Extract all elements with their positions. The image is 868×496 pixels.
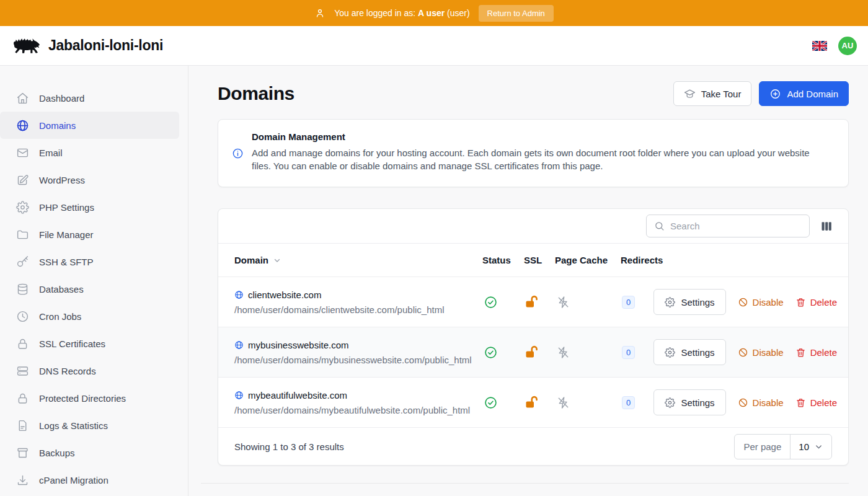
archive-icon: [16, 446, 29, 459]
sidebar-item-label: Dashboard: [39, 93, 84, 104]
search-input[interactable]: [670, 221, 802, 231]
column-header-status: Status: [482, 255, 524, 265]
mail-icon: [16, 146, 29, 159]
chevron-down-icon: [814, 442, 823, 451]
sidebar-item-label: File Manager: [39, 229, 94, 240]
sidebar-item-ssl-certificates[interactable]: SSL Certificates: [0, 330, 179, 357]
ssl-unlocked-icon: [524, 395, 555, 410]
brand[interactable]: Jabaloni-loni-loni: [11, 34, 163, 58]
clock-icon: [16, 310, 29, 323]
sidebar: Dashboard Domains Email WordPress PHP Se: [0, 66, 188, 496]
sidebar-item-ssh-sftp[interactable]: SSH & SFTP: [0, 248, 179, 275]
delete-button[interactable]: Delete: [795, 397, 837, 408]
trash-icon: [795, 397, 806, 408]
sidebar-item-file-manager[interactable]: File Manager: [0, 221, 179, 248]
gear-icon: [665, 297, 675, 308]
domain-path: /home/user/domains/mybeautifulwebsite.co…: [234, 405, 482, 415]
ban-icon: [738, 397, 748, 408]
table-toolbar: [218, 209, 848, 244]
globe-icon: [16, 119, 29, 132]
domain-management-info-box: Domain Management Add and manage domains…: [218, 119, 849, 187]
per-page-label: Per page: [735, 435, 790, 459]
sidebar-item-email[interactable]: Email: [0, 139, 179, 166]
disable-button[interactable]: Disable: [738, 397, 784, 408]
graduation-cap-icon: [684, 88, 696, 100]
sidebar-item-label: WordPress: [39, 175, 85, 185]
sidebar-item-protected-directories[interactable]: Protected Directories: [0, 384, 179, 412]
disable-button[interactable]: Disable: [738, 297, 784, 308]
sidebar-item-php-settings[interactable]: PHP Settings: [0, 193, 179, 221]
search-icon: [654, 221, 665, 231]
sidebar-item-label: SSH & SFTP: [39, 257, 94, 267]
sidebar-item-domains[interactable]: Domains: [0, 112, 179, 139]
settings-button[interactable]: Settings: [653, 339, 725, 365]
search-box: [646, 215, 810, 237]
plus-circle-icon: [769, 88, 781, 100]
disable-button[interactable]: Disable: [738, 347, 784, 358]
sidebar-item-dashboard[interactable]: Dashboard: [0, 84, 179, 112]
page-cache-off-icon: [555, 345, 621, 360]
download-icon: [16, 474, 29, 487]
header-right: AU: [812, 37, 857, 55]
lock-icon: [16, 392, 29, 405]
delete-button[interactable]: Delete: [795, 297, 837, 308]
page-title: Domains: [218, 83, 294, 104]
redirects-count-badge: 0: [622, 346, 635, 359]
globe-icon: [234, 340, 244, 350]
sidebar-item-label: PHP Settings: [39, 202, 94, 213]
gear-icon: [665, 347, 675, 358]
sidebar-item-cron-jobs[interactable]: Cron Jobs: [0, 303, 179, 330]
settings-button[interactable]: Settings: [653, 289, 725, 315]
column-header-domain[interactable]: Domain: [234, 255, 482, 265]
sidebar-item-wordpress[interactable]: WordPress: [0, 166, 179, 193]
column-header-ssl: SSL: [524, 255, 555, 265]
redirects-count-badge: 0: [622, 396, 635, 409]
sidebar-item-label: Cron Jobs: [39, 311, 81, 322]
gear-icon: [16, 201, 29, 214]
sidebar-item-label: SSL Certificates: [39, 339, 105, 349]
avatar[interactable]: AU: [838, 37, 857, 55]
redirects-count-badge: 0: [622, 296, 635, 309]
sidebar-item-label: Databases: [39, 284, 84, 294]
page-cache-off-icon: [555, 396, 621, 410]
domain-path: /home/user/domains/clientwebsite.com/pub…: [234, 304, 482, 315]
table-row: mybeautifulwebsite.com /home/user/domain…: [218, 377, 848, 427]
server-icon: [16, 365, 29, 378]
domain-name: mybeautifulwebsite.com: [248, 390, 347, 401]
trash-icon: [795, 297, 806, 308]
per-page-value: 10: [799, 441, 809, 452]
globe-icon: [234, 391, 244, 400]
gear-icon: [665, 397, 675, 408]
ban-icon: [738, 347, 748, 358]
uk-flag-icon[interactable]: [812, 41, 827, 51]
boar-logo-icon: [11, 34, 42, 58]
sidebar-item-databases[interactable]: Databases: [0, 275, 179, 303]
return-to-admin-button[interactable]: Return to Admin: [479, 5, 554, 22]
sidebar-item-label: cPanel Migration: [39, 475, 108, 485]
banner-user-name: A user: [418, 8, 445, 18]
add-domain-button[interactable]: Add Domain: [759, 81, 849, 106]
status-enabled-icon: [482, 345, 524, 360]
sidebar-item-backups[interactable]: Backups: [0, 439, 179, 466]
user-icon: [314, 7, 326, 19]
banner-user-role: (user): [447, 8, 470, 18]
database-icon: [16, 283, 29, 296]
take-tour-button[interactable]: Take Tour: [673, 81, 752, 106]
trash-icon: [795, 347, 806, 358]
sidebar-item-label: DNS Records: [39, 366, 96, 376]
columns-toggle-button[interactable]: [820, 220, 833, 232]
domains-table-card: Domain Status SSL Page Cache Redirects: [218, 208, 849, 466]
per-page-select[interactable]: Per page 10: [734, 434, 832, 459]
document-icon: [16, 419, 29, 432]
sidebar-item-label: Email: [39, 148, 63, 158]
settings-button[interactable]: Settings: [653, 389, 725, 415]
section-divider: [201, 483, 849, 484]
sidebar-item-dns-records[interactable]: DNS Records: [0, 357, 179, 384]
delete-button[interactable]: Delete: [795, 347, 837, 358]
info-box-title: Domain Management: [252, 131, 822, 142]
sidebar-item-logs-statistics[interactable]: Logs & Statistics: [0, 412, 179, 439]
ban-icon: [738, 297, 748, 308]
info-icon: [232, 148, 244, 159]
key-icon: [16, 255, 29, 268]
sidebar-item-cpanel-migration[interactable]: cPanel Migration: [0, 466, 179, 494]
